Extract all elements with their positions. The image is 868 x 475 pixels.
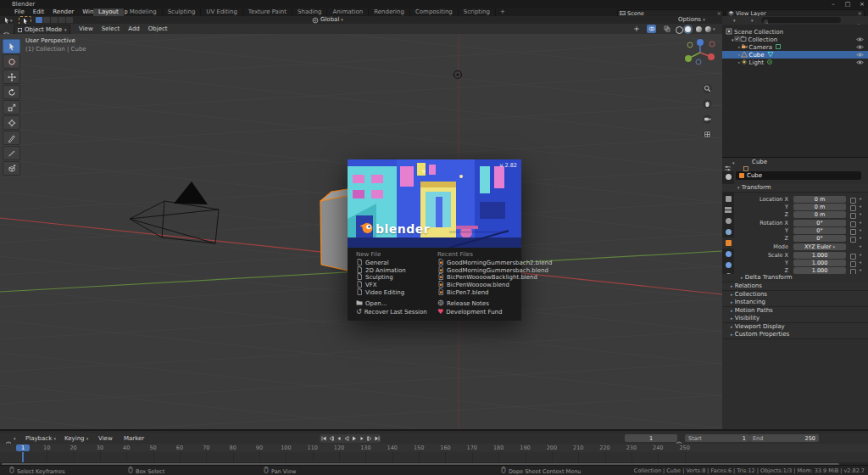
viewport-menu-select[interactable]: Select xyxy=(97,25,125,34)
lock-icon[interactable] xyxy=(850,198,856,204)
animate-dot-icon[interactable]: • xyxy=(859,227,862,234)
panel-motion-paths[interactable]: ▸ Motion Paths xyxy=(722,307,868,316)
animate-dot-icon[interactable]: • xyxy=(859,204,862,210)
timeline-channels[interactable] xyxy=(0,452,868,462)
transform-orientation-dropdown[interactable]: Global ▾ xyxy=(312,16,343,24)
animate-dot-icon[interactable]: • xyxy=(859,267,862,274)
new-file-sculpting[interactable]: Sculpting xyxy=(356,274,432,282)
minimize-button[interactable]: – xyxy=(827,1,839,8)
shading-dropdown-icon[interactable]: ▾ xyxy=(713,26,715,31)
panel-collections[interactable]: ▸ Collections xyxy=(722,291,868,299)
animate-dot-icon[interactable]: • xyxy=(859,252,862,259)
lock-icon[interactable] xyxy=(850,261,856,267)
recent-file-item[interactable]: BicPenWoooowBacklight.blend xyxy=(437,274,520,282)
value-field[interactable]: 0° xyxy=(793,227,846,234)
panel-custom-properties[interactable]: ▸ Custom Properties xyxy=(722,331,868,339)
camera-view-icon[interactable] xyxy=(703,111,712,127)
menu-file[interactable]: File xyxy=(10,8,29,16)
menu-render[interactable]: Render xyxy=(48,8,78,16)
playback-next-button[interactable] xyxy=(358,434,365,443)
tool-measure[interactable] xyxy=(3,146,20,160)
select-mode-extend-icon[interactable] xyxy=(43,17,50,23)
select-mode-subtract-icon[interactable] xyxy=(51,17,58,23)
tool-move[interactable] xyxy=(3,70,20,84)
open-file-item[interactable]: Open... xyxy=(356,300,387,308)
perspective-toggle-icon[interactable] xyxy=(703,126,712,142)
object-name-field[interactable]: Cube xyxy=(736,171,861,180)
playback-revplay-button[interactable] xyxy=(342,434,350,443)
splash-screen[interactable]: v 2.82 blender New File General2D Animat… xyxy=(348,159,521,321)
new-file-general[interactable]: General xyxy=(356,260,432,267)
viewport-menu-view[interactable]: View xyxy=(75,25,97,34)
tool-dropdown[interactable]: ▾ xyxy=(3,16,13,24)
workspace-tab-texture-paint[interactable]: Texture Paint xyxy=(243,8,292,16)
outliner-display-dropdown-icon[interactable]: ▾ xyxy=(733,18,736,23)
properties-editor-dropdown-icon[interactable]: ▾ xyxy=(732,160,735,165)
select-mode-intersect-icon[interactable] xyxy=(66,17,73,23)
value-field[interactable]: 1.000 xyxy=(793,260,846,266)
current-frame-field[interactable]: 1 xyxy=(625,434,677,442)
xray-toggle-icon[interactable] xyxy=(662,25,671,33)
navigation-gizmo[interactable] xyxy=(685,39,715,64)
value-field[interactable]: 1.000 xyxy=(793,252,846,259)
playback-prevkey-button[interactable] xyxy=(327,434,335,443)
pan-view-hand-icon[interactable] xyxy=(703,96,712,112)
panel-visibility[interactable]: ▸ Visibility xyxy=(722,315,868,323)
viewport-menu-add[interactable]: Add xyxy=(124,25,144,34)
workspace-tab-uv-editing[interactable]: UV Editing xyxy=(201,8,243,16)
playback-play-button[interactable] xyxy=(350,434,358,443)
playhead-line[interactable] xyxy=(22,452,24,462)
playback-end-button[interactable] xyxy=(373,434,381,443)
workspace-tab-compositing[interactable]: Compositing xyxy=(410,8,459,16)
new-file-video-editing[interactable]: Video Editing xyxy=(356,288,432,296)
workspace-tab-modeling[interactable]: Modeling xyxy=(125,8,163,16)
tool-select-box[interactable] xyxy=(3,39,20,53)
overlays-toggle-icon[interactable] xyxy=(647,25,656,33)
recent-file-item[interactable]: BicPenWoooow.blend xyxy=(437,282,520,289)
tool-transform[interactable] xyxy=(3,115,20,130)
lock-icon[interactable] xyxy=(850,213,856,219)
playback-nextkey-button[interactable] xyxy=(365,434,373,443)
animate-dot-icon[interactable]: • xyxy=(859,196,862,203)
lock-icon[interactable] xyxy=(850,205,856,211)
playhead[interactable]: 1 xyxy=(16,444,30,451)
outliner-filter-dropdown-icon[interactable]: ▾ xyxy=(751,18,754,23)
release-notes-item[interactable]: Release Notes xyxy=(437,300,489,308)
viewport-menu-object[interactable]: Object xyxy=(144,25,172,34)
lock-icon[interactable] xyxy=(850,237,856,243)
zoom-view-icon[interactable] xyxy=(703,81,712,97)
timeline-editor-dropdown-icon[interactable]: ▾ xyxy=(14,436,16,441)
animate-dot-icon[interactable]: • xyxy=(859,235,862,242)
animate-dot-icon[interactable]: • xyxy=(859,211,862,218)
workspace-tab-scripting[interactable]: Scripting xyxy=(459,8,496,16)
tool-annotate[interactable] xyxy=(3,131,20,145)
light-object[interactable] xyxy=(454,71,462,79)
workspace-tab-layout[interactable]: Layout xyxy=(93,8,125,16)
lock-icon[interactable] xyxy=(850,254,856,260)
delta-transform-panel-header[interactable]: ▸ Delta Transform xyxy=(722,274,868,282)
animate-dot-icon[interactable]: • xyxy=(859,243,862,250)
tool-cursor[interactable] xyxy=(3,54,20,69)
recover-session-item[interactable]: ↺ Recover Last Session xyxy=(356,309,427,316)
menu-edit[interactable]: Edit xyxy=(29,8,49,16)
development-fund-item[interactable]: ♥ Development Fund xyxy=(437,309,502,316)
animate-dot-icon[interactable]: • xyxy=(859,220,862,226)
outliner-row-light[interactable]: •Light xyxy=(722,59,868,66)
shading-solid-icon[interactable] xyxy=(685,26,691,32)
workspace-tab-shading[interactable]: Shading xyxy=(292,8,327,16)
value-field[interactable]: XYZ Euler ▾ xyxy=(793,243,846,250)
timeline-menu-view[interactable]: View xyxy=(98,434,113,443)
lock-icon[interactable] xyxy=(850,221,856,227)
playback-start-button[interactable] xyxy=(320,434,327,443)
new-file-2d-animation[interactable]: 2D Animation xyxy=(356,267,432,275)
select-mode-set-icon[interactable] xyxy=(36,17,42,23)
new-file-vfx[interactable]: VFX xyxy=(356,282,432,289)
tool-rotate[interactable] xyxy=(3,85,20,99)
panel-relations[interactable]: ▸ Relations xyxy=(722,282,868,291)
frame-end-field[interactable]: End 250 xyxy=(749,434,819,442)
transform-panel-header[interactable]: ▾ Transform xyxy=(722,184,868,193)
value-field[interactable]: 0 m xyxy=(793,204,846,210)
maximize-button[interactable]: □ xyxy=(842,1,854,8)
panel-viewport-display[interactable]: ▸ Viewport Display xyxy=(722,323,868,332)
timeline-menu-keying[interactable]: Keying ▾ xyxy=(64,434,88,443)
